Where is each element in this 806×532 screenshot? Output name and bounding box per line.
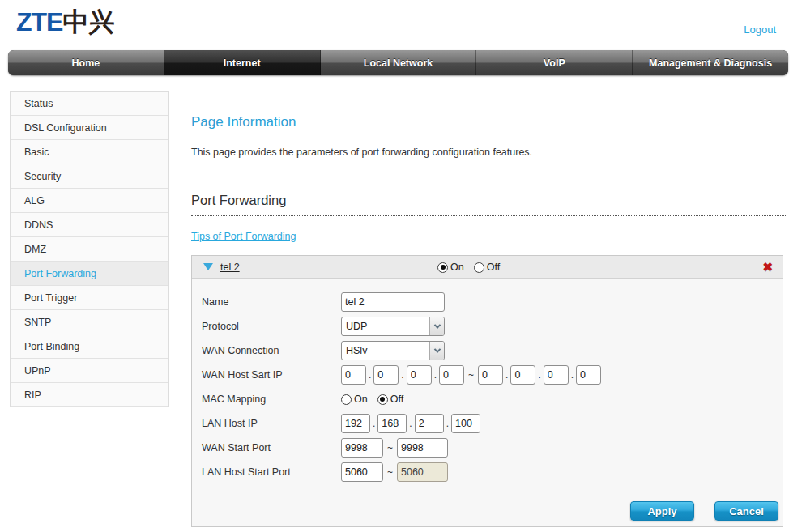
mac-mapping-row: MAC Mapping On Off bbox=[202, 387, 773, 411]
sidebar-item-port-trigger[interactable]: Port Trigger bbox=[11, 286, 168, 310]
mac-mapping-off-radio[interactable] bbox=[377, 394, 388, 405]
wan-host-start-ip-octet-3[interactable] bbox=[407, 365, 432, 385]
wan-connection-selected-value: HSlv bbox=[342, 345, 429, 356]
protocol-dropdown-button[interactable] bbox=[429, 317, 444, 335]
lan-host-ip-octet-3[interactable] bbox=[415, 414, 444, 433]
range-separator: ~ bbox=[387, 442, 393, 453]
wan-connection-dropdown-button[interactable] bbox=[429, 342, 444, 360]
sidebar-item-rip[interactable]: RIP bbox=[11, 383, 168, 407]
mac-mapping-on-label: On bbox=[354, 394, 368, 405]
rule-off-label: Off bbox=[487, 262, 500, 273]
nav-tab-voip[interactable]: VoIP bbox=[476, 50, 633, 75]
dot-separator: . bbox=[373, 418, 375, 429]
lan-host-ip-label: LAN Host IP bbox=[202, 418, 341, 429]
dot-separator: . bbox=[409, 418, 412, 429]
rule-enable-radios: On Off bbox=[437, 256, 510, 279]
wan-host-end-ip-octet-1[interactable] bbox=[478, 365, 503, 385]
rule-name-link[interactable]: tel 2 bbox=[220, 262, 240, 273]
rule-form: Name Protocol UDP WAN Connection HSlv WA… bbox=[192, 279, 783, 484]
sidebar-item-ddns[interactable]: DDNS bbox=[11, 213, 168, 237]
wan-host-end-ip-octet-2[interactable] bbox=[510, 365, 535, 385]
rule-on-label: On bbox=[450, 262, 464, 273]
lan-host-start-port-from-input[interactable] bbox=[341, 462, 383, 482]
range-separator: ~ bbox=[387, 466, 393, 478]
nav-tab-home[interactable]: Home bbox=[8, 50, 164, 75]
section-title: Port Forwarding bbox=[191, 193, 286, 208]
wan-start-port-from-input[interactable] bbox=[341, 438, 383, 458]
wan-connection-select[interactable]: HSlv bbox=[341, 341, 445, 360]
wan-start-port-row: WAN Start Port ~ bbox=[202, 436, 773, 460]
wan-host-end-ip-octet-3[interactable] bbox=[544, 365, 569, 385]
cancel-button[interactable]: Cancel bbox=[714, 501, 778, 521]
rule-off-radio[interactable] bbox=[474, 262, 484, 273]
lan-host-start-port-to-input bbox=[397, 462, 448, 482]
zte-logo: ZTE中兴 bbox=[16, 5, 114, 40]
sidebar-item-port-binding[interactable]: Port Binding bbox=[11, 334, 168, 359]
wan-connection-label: WAN Connection bbox=[202, 345, 341, 356]
wan-host-end-ip-octet-4[interactable] bbox=[576, 365, 601, 385]
nav-tab-internet[interactable]: Internet bbox=[164, 50, 321, 75]
wan-start-port-to-input[interactable] bbox=[397, 438, 448, 458]
lan-host-start-port-row: LAN Host Start Port ~ bbox=[202, 460, 773, 484]
lan-host-ip-octet-1[interactable] bbox=[341, 414, 370, 433]
dot-separator: . bbox=[538, 369, 540, 381]
dot-separator: . bbox=[434, 369, 437, 381]
name-label: Name bbox=[202, 296, 341, 308]
chevron-down-icon bbox=[433, 346, 440, 352]
lan-host-ip-octet-2[interactable] bbox=[377, 414, 407, 433]
protocol-row: Protocol UDP bbox=[202, 314, 773, 338]
chevron-down-icon bbox=[433, 321, 440, 328]
dot-separator: . bbox=[505, 369, 508, 381]
section-divider bbox=[191, 215, 787, 216]
mac-mapping-off-label: Off bbox=[390, 394, 403, 405]
dot-separator: . bbox=[401, 369, 403, 381]
sidebar-item-upnp[interactable]: UPnP bbox=[11, 359, 168, 383]
lan-host-ip-octet-4[interactable] bbox=[451, 414, 480, 433]
sidebar-item-dsl-configuration[interactable]: DSL Configuration bbox=[11, 116, 168, 140]
page-description: This page provides the parameters of por… bbox=[191, 147, 532, 158]
delete-rule-icon[interactable]: ✖ bbox=[762, 260, 773, 275]
sidebar: Status DSL Configuration Basic Security … bbox=[10, 91, 169, 407]
main-nav: Home Internet Local Network VoIP Managem… bbox=[8, 50, 788, 75]
sidebar-item-basic[interactable]: Basic bbox=[11, 140, 168, 164]
lan-host-ip-row: LAN Host IP . . . bbox=[202, 411, 773, 436]
collapse-triangle-icon[interactable] bbox=[203, 263, 213, 270]
name-input[interactable] bbox=[341, 292, 445, 312]
mac-mapping-label: MAC Mapping bbox=[202, 394, 341, 405]
wan-host-ip-row: WAN Host Sart IP . . . ~ . . . bbox=[202, 363, 773, 387]
apply-button[interactable]: Apply bbox=[630, 501, 694, 521]
dot-separator: . bbox=[446, 418, 449, 429]
port-forwarding-rule-panel: tel 2 On Off ✖ Name Protocol UDP WAN Con… bbox=[191, 255, 783, 527]
wan-host-start-ip-octet-4[interactable] bbox=[439, 365, 464, 385]
mac-mapping-on-radio[interactable] bbox=[341, 394, 352, 405]
zte-logo-latin: ZTE bbox=[16, 7, 62, 36]
nav-tab-management-diagnosis[interactable]: Management & Diagnosis bbox=[633, 50, 788, 75]
sidebar-item-status[interactable]: Status bbox=[11, 92, 168, 116]
logout-link[interactable]: Logout bbox=[744, 23, 776, 36]
zte-logo-chinese: 中兴 bbox=[62, 6, 114, 37]
wan-host-start-ip-octet-2[interactable] bbox=[373, 365, 399, 385]
rule-header: tel 2 On Off ✖ bbox=[192, 256, 783, 279]
wan-connection-row: WAN Connection HSlv bbox=[202, 338, 773, 363]
page-right-edge bbox=[800, 77, 800, 532]
dot-separator: . bbox=[571, 369, 574, 381]
sidebar-item-dmz[interactable]: DMZ bbox=[11, 237, 168, 262]
protocol-select[interactable]: UDP bbox=[341, 317, 445, 336]
protocol-selected-value: UDP bbox=[342, 321, 429, 332]
dot-separator: . bbox=[369, 369, 371, 381]
range-separator: ~ bbox=[468, 369, 474, 381]
protocol-label: Protocol bbox=[202, 321, 341, 332]
nav-tab-local-network[interactable]: Local Network bbox=[321, 50, 477, 75]
wan-host-start-ip-octet-1[interactable] bbox=[341, 365, 366, 385]
sidebar-item-port-forwarding[interactable]: Port Forwarding bbox=[11, 262, 168, 286]
sidebar-item-security[interactable]: Security bbox=[11, 164, 168, 189]
wan-start-port-label: WAN Start Port bbox=[202, 442, 341, 453]
sidebar-item-sntp[interactable]: SNTP bbox=[11, 310, 168, 334]
name-row: Name bbox=[202, 290, 773, 314]
sidebar-item-alg[interactable]: ALG bbox=[11, 189, 168, 213]
lan-host-start-port-label: LAN Host Start Port bbox=[202, 466, 341, 478]
page-title: Page Information bbox=[191, 114, 296, 130]
tips-of-port-forwarding-link[interactable]: Tips of Port Forwarding bbox=[191, 231, 296, 242]
rule-on-radio[interactable] bbox=[437, 262, 448, 273]
wan-host-ip-label: WAN Host Sart IP bbox=[202, 369, 341, 381]
